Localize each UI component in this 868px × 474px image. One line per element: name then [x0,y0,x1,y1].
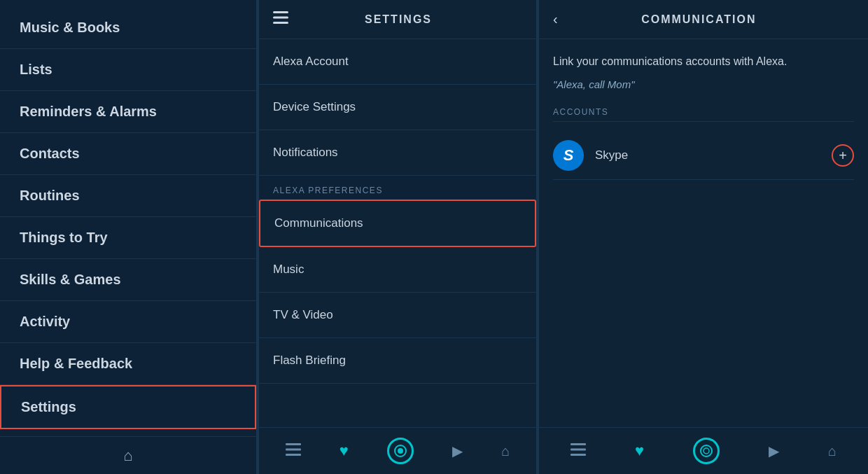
home-icon[interactable]: ⌂ [112,447,144,465]
svg-rect-2 [273,22,288,24]
comm-description: Link your communications accounts with A… [553,53,854,70]
svg-point-7 [398,448,403,454]
section-label-alexa-preferences: ALEXA PREFERENCES [259,176,536,200]
hamburger-icon[interactable] [273,11,288,27]
right-panel: ‹ COMMUNICATION Link your communications… [539,0,868,474]
alexa-icon[interactable] [387,438,414,464]
sidebar-item-things-to-try[interactable]: Things to Try [0,217,256,259]
svg-rect-5 [286,454,301,456]
sidebar-item-settings[interactable]: Settings [0,385,256,429]
left-bottom-nav: ⌂ [0,436,256,474]
alexa-icon-right[interactable] [693,438,720,464]
svg-rect-9 [570,448,586,450]
skype-icon: S [553,140,584,171]
list-icon[interactable] [286,443,301,459]
list-icon-right[interactable] [570,443,586,459]
left-panel: Music & BooksListsReminders & AlarmsCont… [0,0,259,474]
pref-item-music[interactable]: Music [259,247,536,293]
settings-item-alexa-account[interactable]: Alexa Account [259,39,536,85]
pref-item-tv-video[interactable]: TV & Video [259,293,536,338]
svg-rect-10 [570,454,586,456]
svg-rect-4 [286,448,301,450]
heart-icon[interactable]: ♥ [340,442,349,460]
middle-panel: SETTINGS Alexa AccountDevice SettingsNot… [259,0,539,474]
sidebar-item-help-feedback[interactable]: Help & Feedback [0,343,256,385]
play-icon[interactable]: ▶ [452,442,463,459]
settings-item-notifications[interactable]: Notifications [259,130,536,176]
middle-panel-title: SETTINGS [300,13,497,26]
account-name-skype: Skype [595,148,832,162]
settings-item-device-settings[interactable]: Device Settings [259,85,536,130]
sidebar-item-music-books[interactable]: Music & Books [0,7,256,49]
home-icon-right[interactable]: ⌂ [828,443,836,459]
accounts-label: ACCOUNTS [553,107,854,122]
middle-nav-list: Alexa AccountDevice SettingsNotification… [259,39,536,427]
right-panel-title: COMMUNICATION [569,13,829,26]
sidebar-item-skills-games[interactable]: Skills & Games [0,259,256,301]
svg-rect-1 [273,17,288,19]
back-icon[interactable]: ‹ [553,11,558,27]
comm-example: "Alexa, call Mom" [553,78,854,90]
svg-point-11 [701,445,712,456]
heart-icon-right[interactable]: ♥ [635,442,644,460]
right-content: Link your communications accounts with A… [539,39,868,427]
svg-rect-3 [286,443,301,445]
pref-item-flash-briefing[interactable]: Flash Briefing [259,338,536,384]
svg-rect-0 [273,11,288,13]
account-row-skype: S Skype + [553,132,854,180]
play-icon-right[interactable]: ▶ [769,442,779,459]
add-skype-button[interactable]: + [832,144,854,167]
home-icon-mid[interactable]: ⌂ [501,443,510,459]
sidebar-item-contacts[interactable]: Contacts [0,133,256,175]
svg-point-12 [704,448,709,454]
right-header: ‹ COMMUNICATION [539,0,868,39]
sidebar-item-routines[interactable]: Routines [0,175,256,217]
middle-bottom-nav: ♥ ▶ ⌂ [259,427,536,474]
middle-header: SETTINGS [259,0,536,39]
sidebar-item-reminders-alarms[interactable]: Reminders & Alarms [0,91,256,133]
sidebar-item-activity[interactable]: Activity [0,301,256,343]
left-nav-list: Music & BooksListsReminders & AlarmsCont… [0,0,256,436]
svg-rect-8 [570,443,586,445]
right-bottom-nav: ♥ ▶ ⌂ [539,427,868,474]
sidebar-item-lists[interactable]: Lists [0,49,256,91]
pref-item-communications[interactable]: Communications [259,200,536,247]
